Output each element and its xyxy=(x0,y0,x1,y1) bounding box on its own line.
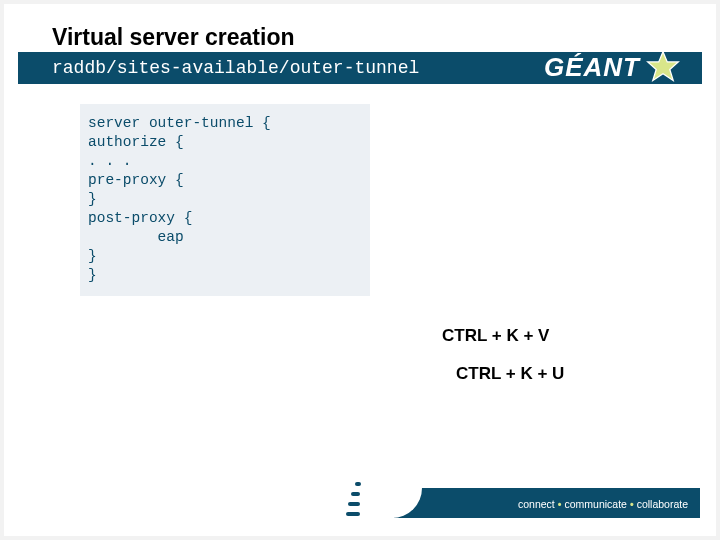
title-row: Virtual server creation xyxy=(18,18,702,52)
notch-icon xyxy=(355,482,361,486)
code-block: server outer-tunnel { authorize { . . . … xyxy=(80,104,370,296)
footer-arc xyxy=(362,458,422,518)
slide-header: Virtual server creation raddb/sites-avai… xyxy=(18,18,702,84)
star-icon xyxy=(646,50,680,84)
slide: Virtual server creation raddb/sites-avai… xyxy=(4,4,716,536)
notch-icon xyxy=(351,492,360,496)
svg-marker-0 xyxy=(648,52,679,81)
shortcut-label-2: CTRL + K + U xyxy=(456,364,564,384)
brand-logo: GÉANT xyxy=(544,50,680,84)
footer-tagline: connect•communicate•collaborate xyxy=(518,498,688,510)
slide-title: Virtual server creation xyxy=(52,22,294,52)
notch-icon xyxy=(348,502,360,506)
shortcut-label-1: CTRL + K + V xyxy=(442,326,549,346)
tagline-word: connect xyxy=(518,498,555,510)
tagline-word: collaborate xyxy=(637,498,688,510)
bullet-icon: • xyxy=(558,498,562,510)
slide-subtitle: raddb/sites-available/outer-tunnel xyxy=(52,58,419,78)
brand-logo-text: GÉANT xyxy=(544,52,640,83)
footer-notches xyxy=(336,480,364,520)
tagline-word: communicate xyxy=(564,498,626,510)
bullet-icon: • xyxy=(630,498,634,510)
notch-icon xyxy=(346,512,360,516)
